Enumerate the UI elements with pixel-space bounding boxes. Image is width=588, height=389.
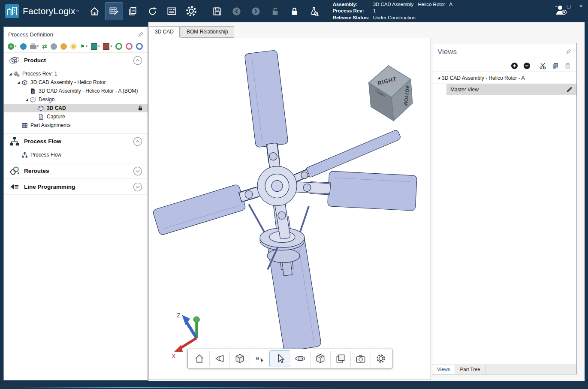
section-header-reroutes[interactable]: Reroutes: [4, 163, 148, 179]
master-view-label: Master View: [450, 87, 479, 93]
tree-item-label: 3D CAD: [47, 105, 66, 111]
tab-3d-cad[interactable]: 3D CAD: [149, 26, 180, 38]
add-view-icon[interactable]: [511, 62, 518, 69]
process-editor-icon[interactable]: [106, 3, 123, 20]
status-glow: [17, 387, 343, 388]
operator-icon[interactable]: [51, 42, 57, 50]
minimize-button[interactable]: –: [553, 3, 560, 9]
pin-icon[interactable]: [138, 31, 143, 39]
tree-item-3d-cad-assembly-helico-rotor-a-bom[interactable]: 3D CAD Assembly - Helico Rotor - A (BOM): [4, 87, 148, 95]
select-pointer-button[interactable]: [270, 351, 290, 367]
views-panel: Views ◢ 3D CAD Assembly - Helico Rotor -…: [432, 43, 577, 374]
bom-icon: [30, 87, 37, 94]
lock-icon[interactable]: [286, 3, 303, 20]
network-icon[interactable]: [20, 42, 27, 50]
maximize-button[interactable]: ▢: [565, 3, 572, 9]
remove-view-icon[interactable]: [523, 62, 531, 69]
tree-expander-icon[interactable]: ◢: [7, 72, 13, 76]
orbit-button[interactable]: [290, 351, 310, 367]
expand-section-icon[interactable]: [133, 182, 142, 192]
flower-icon[interactable]: [70, 42, 77, 50]
tree-item-3d-cad-assembly-helico-rotor[interactable]: ◢3D CAD Assembly - Helico Rotor: [4, 78, 148, 87]
view-orientation-button[interactable]: [209, 351, 229, 367]
viewer-settings-button[interactable]: [371, 351, 391, 367]
process-definition-title: Process Definition: [8, 31, 53, 38]
cut-icon[interactable]: [539, 62, 546, 69]
pin-icon[interactable]: [566, 48, 571, 56]
tree-item-label: 3D CAD Assembly - Helico Rotor: [30, 79, 106, 85]
documents-icon[interactable]: [125, 3, 142, 20]
tree-item-process-flow[interactable]: Process Flow: [4, 151, 148, 159]
tree-item-label: Part Assignments: [30, 122, 70, 128]
brand: FactoryLogix ™: [5, 4, 79, 18]
ring-green-icon[interactable]: [115, 42, 122, 50]
workspace-background: 3D CADBOM Relationship: [148, 22, 585, 381]
ring-blue-icon[interactable]: [136, 42, 143, 50]
orientation-cube[interactable]: RIGHT BOTTOM FRONT: [369, 66, 413, 121]
release-status-value: Under Construction: [373, 15, 416, 21]
print-icon[interactable]: ▾: [30, 42, 39, 50]
views-panel-title: Views: [437, 48, 457, 56]
save-icon[interactable]: [209, 3, 226, 20]
svg-text:a: a: [256, 355, 259, 362]
status-bar: [0, 381, 588, 389]
tree-item-part-assignments[interactable]: Part Assignments: [4, 121, 148, 130]
tree-item-label: Process Flow: [30, 152, 61, 158]
views-tree-item-master-view[interactable]: Master View: [446, 84, 576, 95]
tab-bom-relationship[interactable]: BOM Relationship: [181, 26, 234, 38]
sync-circle-icon[interactable]: [144, 3, 161, 20]
back-icon[interactable]: [228, 3, 245, 20]
lightbulb-icon[interactable]: [60, 42, 67, 50]
tab-views[interactable]: Views: [432, 365, 455, 374]
section-header-product[interactable]: Product: [4, 52, 148, 68]
annotate-button[interactable]: a: [250, 351, 270, 367]
collapse-section-icon[interactable]: [133, 56, 142, 65]
cube-red-icon[interactable]: ▾: [103, 42, 112, 50]
tree-item-process-rev-1[interactable]: ◢Process Rev: 1: [4, 69, 148, 78]
home-icon[interactable]: [86, 3, 103, 20]
shaded-view-button[interactable]: [229, 351, 250, 367]
tree-item-design[interactable]: ◢Design: [4, 95, 148, 104]
section-header-line-programming[interactable]: Line Programming: [4, 179, 148, 195]
rotor-3d-model[interactable]: RIGHT BOTTOM FRONT Z X: [149, 38, 431, 380]
snapshot-button[interactable]: [350, 351, 371, 367]
tree-item-3d-cad[interactable]: 3D CAD: [4, 104, 148, 112]
home-view-button[interactable]: [189, 351, 209, 367]
tree-expander-icon[interactable]: ◢: [24, 98, 30, 102]
unlock-icon[interactable]: [267, 3, 284, 20]
ring-pink-icon[interactable]: [126, 42, 133, 50]
tree-expander-icon[interactable]: ◢: [15, 81, 21, 84]
collapse-section-icon[interactable]: [133, 137, 142, 146]
isolate-part-button[interactable]: [310, 351, 330, 367]
assembly-info: Assembly:3D CAD Assembly - Helico Rotor …: [333, 1, 452, 21]
expand-section-icon[interactable]: [133, 166, 142, 176]
cube-green-icon[interactable]: ▾: [91, 42, 100, 50]
views-panel-header: Views: [432, 43, 576, 60]
cad-viewport[interactable]: RIGHT BOTTOM FRONT Z X a: [149, 38, 431, 380]
copy-icon[interactable]: [552, 62, 559, 69]
paste-icon[interactable]: [564, 62, 571, 69]
close-button[interactable]: ✕: [578, 3, 585, 9]
process-flow-icon: [9, 136, 20, 147]
layers-button[interactable]: [330, 351, 350, 367]
sync-icon[interactable]: ⇄: [42, 42, 47, 50]
tab-part-tree[interactable]: Part Tree: [455, 365, 485, 374]
section-header-process-flow[interactable]: Process Flow: [4, 133, 148, 149]
tree-item-capture[interactable]: Capture: [4, 112, 148, 121]
assembly-label: Assembly:: [333, 1, 373, 8]
inspect-icon[interactable]: [305, 3, 323, 20]
settings-icon[interactable]: [183, 3, 200, 20]
flow-icon: [21, 151, 29, 158]
section-label: Process Flow: [24, 138, 61, 145]
add-icon[interactable]: +▾: [8, 42, 17, 50]
reports-icon[interactable]: [163, 3, 181, 20]
section-process-flow: Process Flow Process Flow: [4, 133, 148, 163]
tree-expander-icon[interactable]: ◢: [436, 76, 442, 80]
forward-icon[interactable]: [247, 3, 265, 20]
titlebar: FactoryLogix ™ Assembly:3D CAD Assembly …: [0, 0, 588, 22]
edit-pencil-icon[interactable]: [566, 86, 573, 93]
tree-item-label: Design: [39, 96, 54, 103]
views-tree-root[interactable]: ◢ 3D CAD Assembly - Helico Rotor - A: [432, 72, 576, 84]
flag-icon[interactable]: ⚑▾: [80, 42, 87, 50]
process-rev-label: Process Rev:: [333, 8, 373, 15]
